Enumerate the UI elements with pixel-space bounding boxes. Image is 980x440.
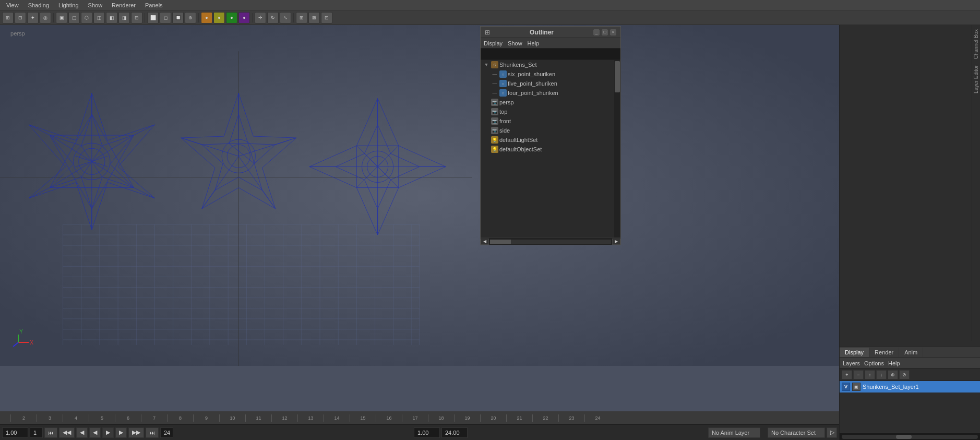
outliner-menu-help[interactable]: Help (528, 40, 540, 46)
toolbar-btn-10[interactable]: ◨ (118, 12, 130, 23)
menu-shading[interactable]: Shading (24, 1, 53, 9)
menu-bar: View Shading Lighting Show Renderer Pane… (0, 0, 980, 10)
bottom-more-btn[interactable]: ▷ (827, 427, 837, 438)
outliner-search-bar[interactable] (481, 49, 620, 60)
scroll-thumb[interactable] (896, 435, 912, 439)
layer-opt-help[interactable]: Help (888, 360, 900, 366)
layer-delete-btn[interactable]: − (853, 370, 864, 379)
toolbar-btn-11[interactable]: ⊟ (131, 12, 142, 23)
toolbar-btn-rotate[interactable]: ↻ (267, 12, 279, 23)
toolbar-btn-17[interactable]: ● (213, 12, 225, 23)
toolbar-btn-14[interactable]: 🔲 (172, 12, 184, 23)
vtab-layer-editor[interactable]: Layer Editor (972, 63, 980, 96)
outliner-menu-show[interactable]: Show (508, 40, 522, 46)
layer-tab-anim[interactable]: Anim (899, 348, 923, 357)
tick-24: 24 (584, 414, 611, 422)
scroll-track[interactable] (842, 435, 978, 439)
toolbar-btn-5[interactable]: ▣ (56, 12, 67, 23)
outliner-search-input[interactable] (483, 51, 618, 57)
layer-item-0[interactable]: V ▣ Shurikens_Set_layer1 (840, 381, 980, 393)
viewport[interactable]: X Y persp (0, 25, 839, 411)
outliner-item-2[interactable]: — ○ five_point_shuriken (481, 79, 620, 88)
outliner-item-9[interactable]: 💡 defaultObjectSet (481, 145, 620, 154)
outliner-close[interactable]: × (610, 29, 616, 35)
anim-layer-btn[interactable]: No Anim Layer (708, 427, 760, 438)
toolbar-btn-13[interactable]: ◻ (160, 12, 171, 23)
toolbar-btn-snap1[interactable]: ⊞ (296, 12, 307, 23)
pb-play-back[interactable]: ◀ (89, 427, 101, 438)
layer-visible-btn[interactable]: V (842, 383, 850, 391)
outliner-hscroll[interactable]: ◀ ▶ (481, 237, 620, 245)
layer-section: Display Render Anim Layers Options Help … (840, 346, 980, 440)
outliner-scroll-right[interactable]: ▶ (612, 239, 620, 245)
outliner-item-6[interactable]: 📷 front (481, 116, 620, 126)
layer-up-btn[interactable]: ↑ (865, 370, 875, 379)
outliner-maximize[interactable]: □ (602, 29, 608, 35)
layer-show-all[interactable]: ⊕ (888, 370, 898, 379)
outliner-scrollbar-thumb[interactable] (615, 61, 620, 92)
outliner-item-1[interactable]: — ○ six_point_shuriken (481, 69, 620, 79)
menu-renderer[interactable]: Renderer (107, 1, 140, 9)
toolbar-btn-19[interactable]: ● (238, 12, 250, 23)
toolbar-btn-18[interactable]: ● (226, 12, 237, 23)
pb-step-fwd[interactable]: ▶▶ (128, 427, 144, 438)
toolbar-btn-snap2[interactable]: ⊠ (308, 12, 320, 23)
outliner-scroll-left[interactable]: ◀ (481, 239, 489, 245)
layer-opt-options[interactable]: Options (864, 360, 884, 366)
rp-scroll[interactable] (840, 433, 980, 440)
layer-tab-display[interactable]: Display (840, 348, 869, 357)
outliner-item-3[interactable]: — ○ four_point_shuriken (481, 88, 620, 98)
outliner-item-8[interactable]: 💡 defaultLightSet (481, 135, 620, 145)
pb-goto-end[interactable]: ⏭ (146, 427, 159, 438)
toolbar-btn-2[interactable]: ⊡ (15, 12, 26, 23)
toolbar-btn-scale[interactable]: ⤡ (280, 12, 291, 23)
pb-prev-key[interactable]: ◀ (76, 427, 88, 438)
layer-tab-render[interactable]: Render (869, 348, 899, 357)
toolbar-btn-3[interactable]: ✦ (27, 12, 39, 23)
layer-hide-all[interactable]: ⊘ (899, 370, 910, 379)
layer-down-btn[interactable]: ↓ (876, 370, 887, 379)
toolbar-btn-1[interactable]: ⊞ (2, 12, 14, 23)
layer-new-btn[interactable]: + (842, 370, 852, 379)
outliner-item-5[interactable]: 📷 top (481, 107, 620, 116)
channel-box-content: Channel Box Layer Editor (840, 21, 980, 346)
toolbar-btn-snap3[interactable]: ⊡ (321, 12, 332, 23)
toolbar-btn-12[interactable]: ⬜ (147, 12, 159, 23)
outliner-label-9: defaultObjectSet (499, 146, 542, 152)
outliner-hscroll-thumb[interactable] (490, 240, 511, 244)
outliner-type-icon-5: 📷 (491, 108, 498, 115)
range-end-field[interactable]: 24.00 (441, 427, 468, 438)
outliner-expand-0[interactable]: ▼ (483, 61, 490, 68)
toolbar-btn-4[interactable]: ◎ (40, 12, 51, 23)
pb-play-fwd[interactable]: ▶ (102, 427, 114, 438)
vtab-channel-box[interactable]: Channel Box (972, 27, 980, 61)
pb-next-key[interactable]: ▶ (115, 427, 127, 438)
toolbar-btn-7[interactable]: ⬡ (81, 12, 92, 23)
menu-panels[interactable]: Panels (141, 1, 167, 9)
menu-view[interactable]: View (2, 1, 23, 9)
current-frame-field[interactable]: 1.00 (2, 427, 28, 438)
toolbar-btn-move[interactable]: ✛ (255, 12, 266, 23)
outliner-hscroll-track[interactable] (490, 240, 611, 244)
toolbar-btn-6[interactable]: ▢ (68, 12, 80, 23)
layer-opt-layers[interactable]: Layers (843, 360, 860, 366)
range-start-field[interactable]: 1.00 (414, 427, 440, 438)
outliner-minimize[interactable]: _ (593, 29, 600, 35)
toolbar-btn-9[interactable]: ◧ (106, 12, 117, 23)
end-frame-field[interactable]: 24 (160, 427, 173, 438)
outliner-item-0[interactable]: ▼ S Shurikens_Set (481, 60, 620, 69)
outliner-menu-display[interactable]: Display (484, 40, 503, 46)
menu-lighting[interactable]: Lighting (54, 1, 83, 9)
pb-goto-start[interactable]: ⏮ (44, 427, 57, 438)
toolbar-btn-8[interactable]: ◫ (93, 12, 105, 23)
outliner-item-4[interactable]: 📷 persp (481, 98, 620, 107)
pb-step-back[interactable]: ◀◀ (59, 427, 75, 438)
toolbar-btn-16[interactable]: ● (201, 12, 212, 23)
toolbar-btn-15[interactable]: ⊕ (185, 12, 196, 23)
outliner-icon: ⊞ (485, 29, 490, 36)
character-set-btn[interactable]: No Character Set (768, 427, 825, 438)
outliner-item-7[interactable]: 📷 side (481, 126, 620, 135)
outliner-scrollbar[interactable] (614, 60, 620, 237)
menu-show[interactable]: Show (84, 1, 107, 9)
tick-20: 20 (480, 414, 506, 422)
